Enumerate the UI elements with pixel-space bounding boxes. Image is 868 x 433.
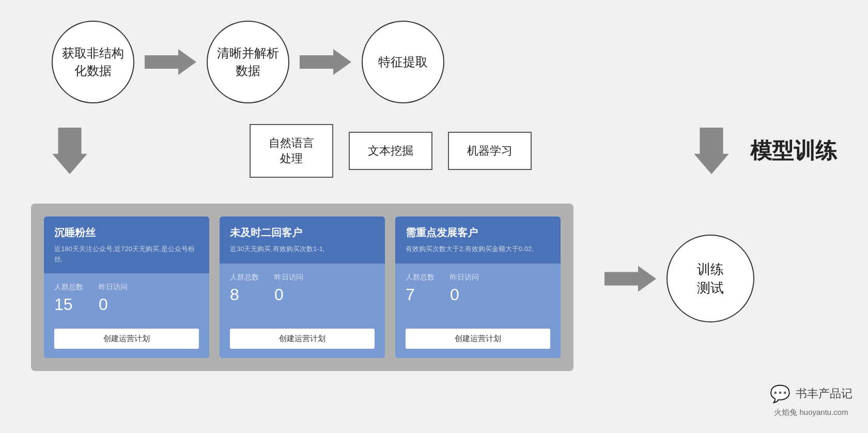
bottom-section: 沉睡粉丝 近180天关注公众号,近720天无购买,是公众号粉丝, 人群总数 15…	[31, 204, 837, 371]
create-plan-btn-2[interactable]: 创建运营计划	[230, 329, 375, 349]
arrow-down-left	[52, 128, 88, 174]
watermark-area: 💬 书丰产品记 火焰兔 huoyantu.com	[770, 384, 853, 417]
card-stats-2: 人群总数 8 昨日访问 0	[220, 264, 385, 324]
box-text-mining: 文本挖掘	[349, 132, 432, 170]
card-stats-1: 人群总数 15 昨日访问 0	[44, 273, 209, 323]
card-desc-3: 有效购买次数大于2,有效购买金额大于0.02,	[406, 244, 550, 254]
watermark-logo: 💬 书丰产品记	[770, 384, 853, 404]
card-header-2: 未及时二回客户 近30天无购买,有效购买次数1-1,	[220, 216, 385, 264]
card-header-3: 需重点发展客户 有效购买次数大于2,有效购买金额大于0.02,	[395, 216, 561, 264]
bottom-right: 训练 测试	[605, 235, 754, 322]
main-container: 获取非结构 化数据 清晰并解析 数据 特征提取	[0, 0, 868, 433]
svg-marker-3	[694, 128, 729, 174]
card-title-1: 沉睡粉丝	[54, 226, 199, 240]
card-footer-1: 创建运营计划	[44, 323, 209, 358]
wechat-icon: 💬	[770, 384, 791, 404]
card-desc-2: 近30天无购买,有效购买次数1-1,	[230, 244, 375, 254]
middle-boxes: 自然语言 处理 文本挖掘 机器学习	[88, 124, 693, 178]
arrow-right-bottom	[605, 265, 656, 293]
stat-total-1: 人群总数 15	[54, 283, 83, 314]
create-plan-btn-1[interactable]: 创建运营计划	[54, 329, 199, 349]
stat-total-2: 人群总数 8	[230, 273, 259, 315]
circle-parse-data: 清晰并解析 数据	[207, 21, 289, 103]
card-header-1: 沉睡粉丝 近180天关注公众号,近720天无购买,是公众号粉丝,	[44, 216, 209, 273]
middle-row: 自然语言 处理 文本挖掘 机器学习 模型训练	[31, 124, 837, 178]
card-desc-1: 近180天关注公众号,近720天无购买,是公众号粉丝,	[54, 244, 199, 264]
model-training-label: 模型训练	[750, 136, 837, 165]
card-key-customers: 需重点发展客户 有效购买次数大于2,有效购买金额大于0.02, 人群总数 7 昨…	[395, 216, 561, 358]
stat-visit-2: 昨日访问 0	[274, 273, 303, 315]
arrow-right-1	[145, 49, 196, 75]
circle-obtain-data: 获取非结构 化数据	[52, 21, 134, 103]
svg-marker-4	[605, 266, 656, 291]
svg-marker-2	[52, 128, 87, 174]
card-return-customers: 未及时二回客户 近30天无购买,有效购买次数1-1, 人群总数 8 昨日访问 0	[220, 216, 385, 358]
svg-marker-1	[300, 49, 351, 75]
cards-container: 沉睡粉丝 近180天关注公众号,近720天无购买,是公众号粉丝, 人群总数 15…	[31, 204, 574, 371]
top-row: 获取非结构 化数据 清晰并解析 数据 特征提取	[31, 21, 837, 103]
card-stats-3: 人群总数 7 昨日访问 0	[395, 264, 561, 324]
svg-marker-0	[145, 49, 196, 75]
create-plan-btn-3[interactable]: 创建运营计划	[406, 329, 550, 349]
arrow-right-2	[300, 49, 351, 75]
arrow-down-right	[693, 128, 730, 174]
stat-total-3: 人群总数 7	[406, 273, 435, 315]
stat-visit-1: 昨日访问 0	[99, 283, 128, 314]
circle-feature-extract: 特征提取	[362, 21, 444, 103]
watermark-brand: 书丰产品记	[796, 386, 853, 401]
box-ml: 机器学习	[448, 132, 532, 170]
card-footer-2: 创建运营计划	[220, 323, 385, 358]
card-sleeping-fans: 沉睡粉丝 近180天关注公众号,近720天无购买,是公众号粉丝, 人群总数 15…	[44, 216, 209, 358]
card-title-3: 需重点发展客户	[406, 226, 550, 240]
stat-visit-3: 昨日访问 0	[450, 273, 479, 315]
circle-train-test: 训练 测试	[667, 235, 754, 322]
box-nlp: 自然语言 处理	[250, 124, 333, 178]
card-title-2: 未及时二回客户	[230, 226, 375, 240]
watermark-sub: 火焰兔 huoyantu.com	[774, 408, 848, 417]
card-footer-3: 创建运营计划	[395, 323, 561, 358]
